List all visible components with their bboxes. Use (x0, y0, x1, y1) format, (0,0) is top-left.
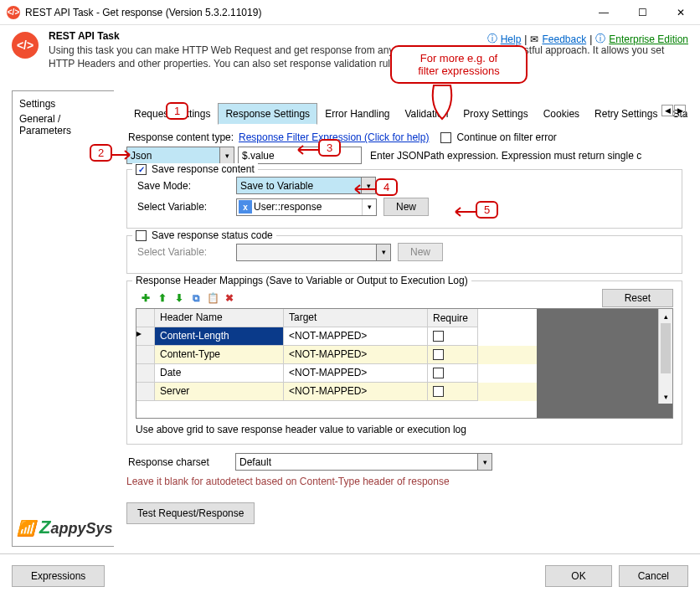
variable-dropdown-icon[interactable]: ▾ (362, 199, 376, 215)
annotation-badge-4: 4 (375, 178, 398, 196)
tab-scroll-left[interactable]: ◀ (661, 105, 673, 116)
move-up-icon[interactable]: ⬆ (156, 291, 169, 305)
grid-row-selector[interactable] (136, 383, 155, 401)
status-variable-label: Select Variable: (136, 246, 236, 258)
grid-cell-require[interactable] (433, 331, 444, 342)
tab-error-handling[interactable]: Error Handling (317, 103, 397, 125)
copy-icon[interactable]: ⧉ (189, 291, 203, 305)
grid-hint: Use above grid to save response header v… (136, 424, 673, 435)
sidebar-item-settings[interactable]: Settings (18, 96, 114, 111)
new-status-variable-button: New (398, 243, 443, 261)
save-content-checkbox[interactable] (136, 164, 147, 175)
titlebar: </> REST API Task - Get response (Versio… (0, 0, 700, 25)
grid-col-header-name[interactable]: Header Name (155, 309, 284, 327)
footer: Expressions OK Cancel (0, 553, 700, 597)
grid-cell-require[interactable] (433, 368, 444, 378)
grid-scrollbar-vertical[interactable]: ▴ ▾ (658, 309, 672, 404)
grid-cell-target[interactable]: <NOT-MAPPED> (284, 346, 428, 364)
header-mappings-grid[interactable]: Header Name Target Require ▸ Content-Len… (136, 308, 673, 419)
charset-hint: Leave it blank for autodetect based on C… (126, 476, 682, 487)
grid-cell-name[interactable]: Date (155, 364, 284, 383)
grid-col-require[interactable]: Require (428, 309, 478, 327)
help-icon: ⓘ (487, 32, 497, 46)
tab-retry-settings[interactable]: Retry Settings (587, 103, 665, 125)
tab-response-settings[interactable]: Response Settings (218, 103, 317, 125)
grid-cell-name[interactable]: Content-Type (155, 346, 284, 364)
mappings-legend: Response Header Mappings (Save to Variab… (132, 275, 471, 286)
header-description: Using this task you can make HTTP Web Re… (49, 44, 688, 70)
select-variable-value[interactable]: User::response (254, 201, 362, 213)
charset-select[interactable] (235, 453, 478, 471)
delete-row-icon[interactable]: ✖ (223, 291, 236, 305)
window-title: REST API Task - Get response (Version 5.… (25, 7, 584, 18)
continue-on-error-label: Continue on filter error (456, 131, 556, 143)
content-type-select[interactable] (126, 147, 220, 164)
grid-cell-target[interactable]: <NOT-MAPPED> (284, 364, 428, 383)
mail-icon: ✉ (530, 33, 538, 45)
paste-icon[interactable]: 📋 (206, 291, 219, 305)
help-link[interactable]: Help (501, 33, 522, 45)
grid-row-selector[interactable]: ▸ (136, 327, 155, 346)
sidebar-item-general[interactable]: General / Parameters (18, 111, 114, 138)
maximize-button[interactable]: ☐ (623, 0, 661, 25)
expressions-button[interactable]: Expressions (12, 565, 105, 587)
save-status-checkbox[interactable] (136, 230, 147, 241)
tab-cookies[interactable]: Cookies (536, 103, 587, 125)
grid-cell-name[interactable]: Content-Length (155, 327, 284, 346)
cancel-button[interactable]: Cancel (619, 565, 688, 587)
add-row-icon[interactable]: ✚ (139, 291, 152, 305)
grid-cell-require[interactable] (433, 386, 444, 397)
jsonpath-hint: Enter JSONPath expression. Expression mu… (370, 150, 641, 162)
annotation-badge-5: 5 (476, 201, 498, 219)
grid-cell-require[interactable] (433, 349, 444, 360)
zappysys-logo: 📶 ZappySys (17, 517, 113, 538)
feedback-link[interactable]: Feedback (542, 33, 586, 45)
enterprise-link[interactable]: Enterprise Edition (609, 33, 688, 45)
grid-cell-name[interactable]: Server (155, 383, 284, 401)
annotation-badge-3: 3 (318, 139, 341, 157)
grid-row-selector[interactable] (136, 364, 155, 383)
save-content-label: Save response content (152, 163, 255, 175)
variable-icon: x (239, 200, 252, 214)
content-area: Request Settings Response Settings Error… (114, 90, 688, 547)
move-down-icon[interactable]: ⬇ (172, 291, 186, 305)
charset-label: Response charset (126, 456, 235, 468)
ok-button[interactable]: OK (545, 565, 611, 587)
save-mode-select[interactable] (236, 177, 362, 194)
test-request-button[interactable]: Test Request/Response (126, 502, 255, 524)
header-links: ⓘ Help | ✉ Feedback | ⓘ Enterprise Editi… (487, 32, 688, 46)
grid-row-selector[interactable] (136, 346, 155, 364)
grid-col-target[interactable]: Target (284, 309, 428, 327)
grid-toolbar: ✚ ⬆ ⬇ ⧉ 📋 ✖ (136, 288, 239, 308)
select-variable-label: Select Variable: (136, 201, 236, 213)
minimize-button[interactable]: — (584, 0, 623, 25)
save-status-label: Save response status code (152, 229, 273, 241)
status-variable-dropdown-icon: ▾ (377, 244, 391, 261)
app-icon: </> (7, 6, 20, 19)
save-mode-label: Save Mode: (136, 180, 236, 192)
info-icon: ⓘ (595, 32, 605, 46)
charset-dropdown-icon[interactable]: ▾ (478, 453, 492, 471)
continue-on-error-checkbox[interactable] (440, 132, 451, 143)
grid-cell-target[interactable]: <NOT-MAPPED> (284, 383, 428, 401)
grid-cell-target[interactable]: <NOT-MAPPED> (284, 327, 428, 346)
task-icon: </> (12, 32, 39, 59)
new-variable-button[interactable]: New (383, 198, 429, 216)
tabstrip: Request Settings Response Settings Error… (126, 103, 687, 125)
annotation-callout: For more e.g. of filter expressions (390, 45, 528, 84)
content-type-dropdown-icon[interactable]: ▾ (220, 147, 234, 164)
content-type-label: Response content type: (126, 131, 235, 143)
annotation-badge-1: 1 (166, 102, 188, 120)
tab-proxy-settings[interactable]: Proxy Settings (456, 103, 535, 125)
close-button[interactable]: ✕ (661, 0, 700, 25)
reset-button[interactable]: Reset (602, 289, 673, 307)
annotation-badge-2: 2 (90, 144, 112, 162)
tab-scroll-right[interactable]: ▶ (674, 105, 686, 116)
status-variable-select (236, 244, 377, 261)
